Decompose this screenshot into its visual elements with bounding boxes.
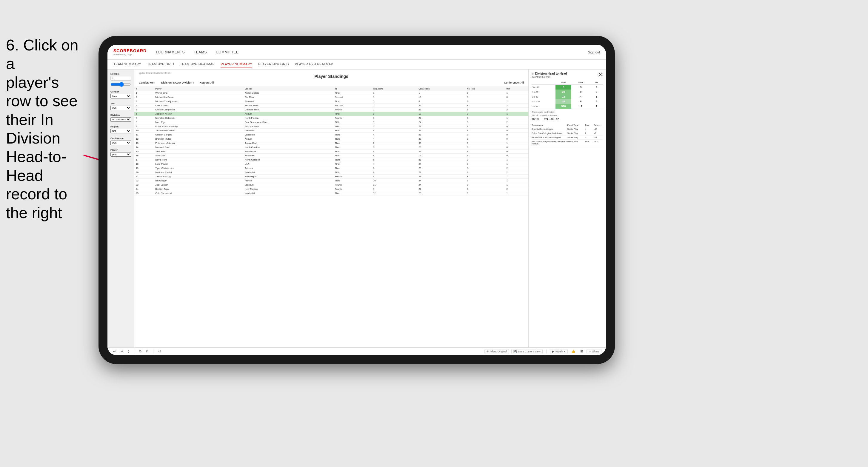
no-rds-value: 6 [111,76,131,81]
table-row[interactable]: 18 Luke Powell ULA First 4 24 8 1 [134,162,528,166]
filter-conference-display: Conference: All [504,81,524,84]
sub-nav: TEAM SUMMARY TEAM H2H GRID TEAM H2H HEAT… [107,60,606,69]
share-btn[interactable]: ↗ Share [587,349,601,354]
tour-col-pos: Pos [585,124,594,126]
save-icon: 💾 [514,350,517,353]
table-row[interactable]: 20 Matthew Riedel Vanderbilt Fifth 8 22 … [134,170,528,175]
tablet-screen: SCOREBOARD Powered by clippi TOURNAMENTS… [107,45,606,355]
watch-label: Watch [556,350,563,353]
h2h-table-row: >100 578 11 1 [532,104,603,108]
tournament-row: Fallen Oak Collegiate Invitational Strok… [532,131,603,135]
player-label: Player [111,149,131,151]
table-row[interactable]: 19 Tiger Christensen Arizona Third 8 23 … [134,166,528,170]
top-nav: SCOREBOARD Powered by clippi TOURNAMENTS… [107,45,606,60]
col-player: Player [154,87,243,91]
right-panel: In Division Head-to-Head Jackson Koivun … [528,69,606,347]
nav-teams[interactable]: TEAMS [194,49,207,56]
year-select[interactable]: (All) [111,106,131,110]
tour-col-score: Score [594,124,603,126]
nav-committee[interactable]: COMMITTEE [216,49,239,56]
tour-col-type: Event Type [567,124,585,126]
table-row[interactable]: 10 Jacob Moy Olesen Arkansas Fifth 4 23 … [134,129,528,133]
tour-col-name: Tournament [532,124,567,126]
wl-label: W-L-T record in-division: [532,114,603,117]
table-row[interactable]: 3 Michael Thorbjornsen Stanford First 1 … [134,99,528,103]
table-row[interactable]: 8 Mats Ege East Tennessee State Fifth 1 … [134,120,528,124]
tab-player-h2h-heatmap[interactable]: PLAYER H2H HEATMAP [295,61,333,67]
view-original-btn[interactable]: 👁 View: Original [485,349,509,354]
tournament-row: Mirabel Maui Jim Intercollegiate Stroke … [532,135,603,139]
tab-team-h2h-grid[interactable]: TEAM H2H GRID [147,61,174,67]
filter-year: Year (All) [111,102,131,110]
h2h-table-header: Win Loss Tie [532,81,603,85]
thumbs-up-btn[interactable]: 👍 [570,349,577,354]
save-custom-btn[interactable]: 💾 Save Custom View [511,349,542,354]
table-row[interactable]: 11 Gordon Sargent Vanderbilt Third 4 21 … [134,133,528,137]
close-h2h-button[interactable]: ✕ [597,72,603,77]
watch-chevron: ▾ [564,350,566,353]
table-row[interactable]: 2 Michael La Sasso Ole Miss Second 1 19 … [134,95,528,99]
h2h-table-row: 51-100 46 6 3 [532,99,603,104]
h2h-table-row: 11-25 20 9 5 [532,90,603,94]
tab-player-h2h-grid[interactable]: PLAYER H2H GRID [258,61,289,67]
table-row[interactable]: 1 Wenyi Ding Arizona State First 1 1 8 1 [134,91,528,95]
col-no-rds: No. Rds. [465,87,505,91]
redo-btn[interactable]: ↪ [119,349,124,354]
tab-team-summary[interactable]: TEAM SUMMARY [114,61,141,67]
h2h-col-win: Win [556,81,571,85]
gender-label: Gender [111,90,131,93]
layout-btn[interactable]: ⊞ [579,349,584,354]
refresh-btn[interactable]: ↺ [157,349,162,354]
nav-tournaments[interactable]: TOURNAMENTS [156,49,185,56]
table-row[interactable]: 22 Ian Gilligan Florida Third 10 24 8 1 [134,179,528,183]
filter-gender-display: Gender: Men [139,81,155,84]
division-label: Division [111,114,131,116]
instruction-text: 6. Click on a player's row to see their … [0,36,87,222]
table-row[interactable]: 23 Jack Lundin Missouri Fourth 11 24 8 1 [134,183,528,187]
table-row[interactable]: 14 Maxwell Ford North Carolina Third 3 2… [134,145,528,150]
table-row[interactable]: 25 Cole Sherwood Vanderbilt Third 12 23 … [134,191,528,195]
copy-btn[interactable]: ⧉ [138,349,143,354]
region-select[interactable]: N/A [111,129,131,133]
table-row[interactable]: 16 Alex Goff Kentucky Fifth 8 19 8 0 [134,154,528,158]
update-time: Update time: 27/03/2024 16:56:26 [139,72,524,74]
bottom-toolbar: ↩ ↪ ⟩ ⧉ ⎗ ↺ 👁 View: Original 💾 Save Cust… [107,347,606,355]
forward-btn[interactable]: ⟩ [127,349,130,354]
gender-select[interactable]: Men Women [111,94,131,98]
watch-btn[interactable]: ▶ Watch ▾ [550,349,568,354]
table-row[interactable]: 9 Preston Summerhays Arizona State Third… [134,124,528,129]
conference-select[interactable]: (All) [111,141,131,145]
division-select[interactable]: NCAA Division I [111,117,131,122]
h2h-title-area: In Division Head-to-Head Jackson Koivun [532,72,567,78]
col-yr: Yr [333,87,372,91]
tab-team-h2h-heatmap[interactable]: TEAM H2H HEATMAP [180,61,215,67]
no-rds-slider[interactable] [111,82,131,87]
nav-items: TOURNAMENTS TEAMS COMMITTEE [156,49,588,56]
sign-out-link[interactable]: Sign out [588,51,600,54]
table-row[interactable]: 13 Phichakn Maichon Texas A&M Third 6 30… [134,141,528,145]
filter-gender: Gender Men Women [111,90,131,98]
table-row[interactable]: 6 Jackson Koivun Auburn First 2 18 8 1 [134,112,528,116]
view-icon: 👁 [487,350,489,353]
tab-player-summary[interactable]: PLAYER SUMMARY [221,61,252,67]
conference-label: Conference [111,137,131,139]
filter-division-display: Division: NCAA Division I [161,81,194,84]
table-row[interactable]: 15 Jake Hall Tennessee Fifth 4 23 8 0 [134,150,528,154]
table-row[interactable]: 4 Luke Claton Florida State Second 1 27 … [134,103,528,108]
table-row[interactable]: 21 Taehoon Song Washington Fourth 6 23 8… [134,175,528,179]
region-label: Region [111,125,131,128]
tournament-row: SEC Match Play hosted by Jerry Pata Roun… [532,139,603,146]
h2h-table: Win Loss Tie Top 10 8 3 2 11-25 20 9 5 2… [529,81,606,108]
table-row[interactable]: 7 Nicholas Gabrelcik North Florida Fourt… [134,116,528,120]
paste-btn[interactable]: ⎗ [145,349,150,354]
undo-btn[interactable]: ↩ [112,349,117,354]
table-row[interactable]: 12 Brendan Valles Auburn Third 4 23 8 0 [134,137,528,141]
center-panel: Update time: 27/03/2024 16:56:26 Player … [134,69,528,347]
h2h-player-name: Jackson Koivun [532,75,567,78]
player-select[interactable]: (All) [111,152,131,157]
h2h-header: In Division Head-to-Head Jackson Koivun … [529,69,606,81]
tablet-frame: SCOREBOARD Powered by clippi TOURNAMENTS… [98,36,615,364]
table-row[interactable]: 24 Bastien Amat New Mexico Fourth 1 27 8… [134,187,528,191]
table-row[interactable]: 5 Christo Lamprecht Georgia Tech Fourth … [134,108,528,112]
table-row[interactable]: 17 David Ford North Carolina Third 6 21 … [134,158,528,162]
